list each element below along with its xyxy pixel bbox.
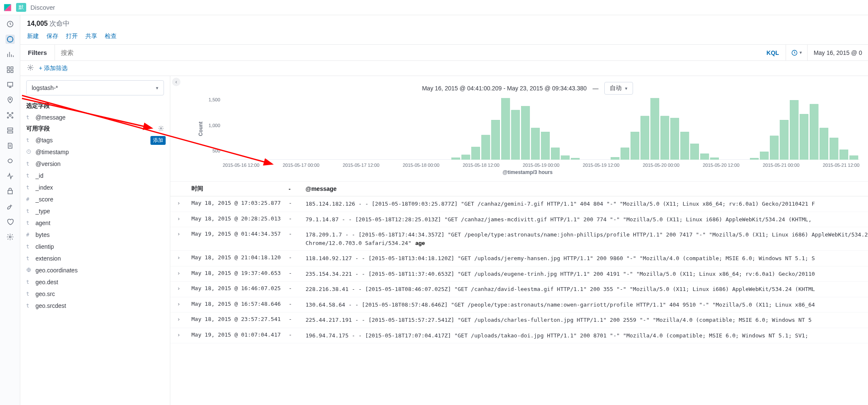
expand-row-button[interactable]: › bbox=[170, 251, 187, 266]
chart-interval-select[interactable]: 自动 ▾ bbox=[604, 82, 633, 95]
available-field[interactable]: geo.coordinates bbox=[20, 264, 170, 276]
open-button[interactable]: 打开 bbox=[66, 33, 78, 40]
svg-rect-69 bbox=[661, 116, 669, 160]
available-field[interactable]: #_score bbox=[20, 193, 170, 205]
table-row: ›May 18, 2015 @ 17:03:25.877-185.124.182… bbox=[170, 196, 868, 212]
cell-time: May 18, 2015 @ 16:46:07.025 bbox=[187, 282, 284, 297]
field-filter-settings-icon[interactable] bbox=[158, 125, 164, 133]
available-field[interactable]: tgeo.dest bbox=[20, 276, 170, 288]
cell-time: May 18, 2015 @ 17:03:25.877 bbox=[187, 196, 284, 212]
filters-label[interactable]: Filters bbox=[20, 45, 55, 60]
cell-message: 196.94.74.175 - - [2015-05-18T17:07:04.4… bbox=[301, 328, 868, 343]
table-row: ›May 18, 2015 @ 23:57:27.541-225.44.217.… bbox=[170, 313, 868, 328]
svg-rect-15 bbox=[8, 128, 13, 130]
time-picker[interactable]: ▾ May 16, 2015 @ 0 bbox=[786, 45, 868, 60]
available-field[interactable]: t_index bbox=[20, 182, 170, 193]
kql-toggle[interactable]: KQL bbox=[760, 49, 786, 56]
expand-row-button[interactable]: › bbox=[170, 297, 187, 313]
index-pattern-select[interactable]: logstash-* ▾ bbox=[26, 80, 164, 95]
available-field[interactable]: @timestamp bbox=[20, 146, 170, 158]
filter-settings-icon[interactable] bbox=[27, 64, 34, 72]
devtools-icon[interactable] bbox=[5, 202, 15, 211]
svg-rect-49 bbox=[461, 155, 470, 160]
svg-point-10 bbox=[9, 114, 11, 117]
svg-rect-58 bbox=[551, 148, 560, 160]
dashboard-icon[interactable] bbox=[5, 65, 15, 74]
svg-rect-84 bbox=[810, 104, 818, 160]
svg-rect-78 bbox=[750, 158, 759, 160]
discover-icon[interactable] bbox=[5, 35, 15, 44]
share-button[interactable]: 共享 bbox=[85, 33, 97, 40]
selected-fields-label: 选定字段 bbox=[20, 101, 170, 111]
expand-row-button[interactable]: › bbox=[170, 266, 187, 282]
collapse-sidebar-button[interactable]: ‹ bbox=[172, 78, 180, 86]
available-field[interactable]: t@version bbox=[20, 158, 170, 170]
canvas-icon[interactable] bbox=[5, 80, 15, 90]
col-time[interactable]: 时间 bbox=[187, 182, 284, 196]
add-field-button[interactable]: 添加 bbox=[150, 136, 166, 145]
available-field[interactable]: tclientip bbox=[20, 241, 170, 253]
available-fields-label: 可用字段 bbox=[20, 123, 170, 134]
logs-icon[interactable] bbox=[5, 141, 15, 150]
available-field[interactable]: t@tags添加 bbox=[20, 134, 170, 146]
siem-icon[interactable] bbox=[5, 187, 15, 196]
apm-icon[interactable] bbox=[5, 156, 15, 166]
expand-row-button[interactable]: › bbox=[170, 282, 187, 297]
expand-row-button[interactable]: › bbox=[170, 227, 187, 251]
add-filter-link[interactable]: + 添加筛选 bbox=[39, 65, 68, 72]
expand-row-button[interactable]: › bbox=[170, 196, 187, 212]
available-field[interactable]: textension bbox=[20, 253, 170, 264]
svg-point-11 bbox=[7, 112, 8, 114]
svg-rect-8 bbox=[8, 82, 13, 86]
recent-icon[interactable] bbox=[5, 19, 15, 29]
annotation-age-text: age bbox=[415, 240, 425, 246]
search-input[interactable] bbox=[55, 45, 760, 60]
svg-rect-68 bbox=[651, 98, 659, 160]
hit-label: 次命中 bbox=[49, 20, 70, 27]
histogram-plot[interactable] bbox=[223, 96, 860, 161]
expand-row-button[interactable]: › bbox=[170, 212, 187, 227]
filter-bar: Filters KQL ▾ May 16, 2015 @ 0 bbox=[20, 44, 868, 61]
available-field[interactable]: tgeo.srcdest bbox=[20, 300, 170, 312]
kibana-logo-icon[interactable] bbox=[3, 3, 12, 12]
available-field[interactable]: tgeo.src bbox=[20, 288, 170, 300]
selected-field[interactable]: t@message bbox=[20, 111, 170, 123]
add-filter-bar: + 添加筛选 bbox=[20, 61, 868, 76]
new-button[interactable]: 新建 bbox=[27, 33, 39, 40]
col-message[interactable]: @message bbox=[301, 182, 868, 196]
time-refresh-icon[interactable]: ▾ bbox=[786, 45, 808, 60]
space-badge[interactable]: 默 bbox=[16, 3, 26, 12]
time-range-display[interactable]: May 16, 2015 @ 0 bbox=[808, 49, 868, 56]
available-field[interactable]: tagent bbox=[20, 217, 170, 229]
infra-icon[interactable] bbox=[5, 126, 15, 135]
svg-point-21 bbox=[160, 128, 162, 129]
cell-dash: - bbox=[284, 212, 301, 227]
cell-time: May 18, 2015 @ 21:04:18.120 bbox=[187, 251, 284, 266]
cell-time: May 18, 2015 @ 20:28:25.013 bbox=[187, 212, 284, 227]
table-row: ›May 19, 2015 @ 01:44:34.357-178.209.1.7… bbox=[170, 227, 868, 251]
management-icon[interactable] bbox=[5, 232, 15, 242]
available-field[interactable]: #bytes bbox=[20, 229, 170, 241]
visualize-icon[interactable] bbox=[5, 50, 15, 59]
cell-dash: - bbox=[284, 196, 301, 212]
maps-icon[interactable] bbox=[5, 95, 15, 105]
table-row: ›May 19, 2015 @ 01:07:04.417-196.94.74.1… bbox=[170, 328, 868, 343]
uptime-icon[interactable] bbox=[5, 171, 15, 181]
svg-rect-87 bbox=[840, 150, 848, 160]
available-field[interactable]: t_type bbox=[20, 205, 170, 217]
svg-point-18 bbox=[9, 236, 11, 238]
ml-icon[interactable] bbox=[5, 111, 15, 120]
save-button[interactable]: 保存 bbox=[46, 33, 58, 40]
table-row: ›May 18, 2015 @ 16:46:07.025-228.216.38.… bbox=[170, 282, 868, 297]
svg-rect-85 bbox=[820, 128, 828, 160]
svg-rect-81 bbox=[780, 120, 789, 160]
available-field[interactable]: t_id bbox=[20, 170, 170, 182]
monitoring-icon[interactable] bbox=[5, 217, 15, 226]
expand-row-button[interactable]: › bbox=[170, 313, 187, 328]
inspect-button[interactable]: 检查 bbox=[105, 33, 117, 40]
cell-message: 130.64.58.64 - - [2015-05-18T08:57:48.64… bbox=[301, 297, 868, 313]
svg-rect-50 bbox=[472, 147, 480, 160]
svg-rect-88 bbox=[849, 156, 858, 160]
expand-row-button[interactable]: › bbox=[170, 328, 187, 343]
fields-sidebar: logstash-* ▾ 选定字段 t@message 可用字段 t@tags添… bbox=[20, 76, 170, 405]
